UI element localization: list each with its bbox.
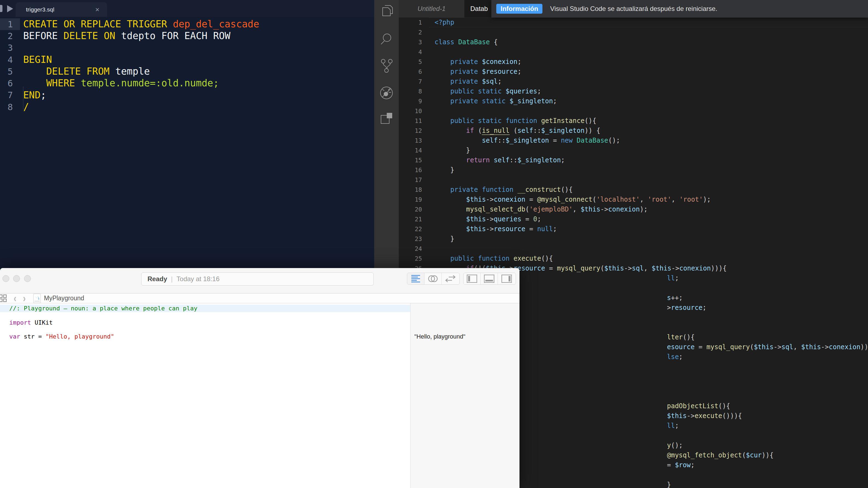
php-code-line: 22 $this->resource = null;	[399, 224, 868, 234]
line-number: 10	[399, 108, 435, 115]
sql-code-area[interactable]: 1CREATE OR REPLACE TRIGGER dep_del_casca…	[0, 17, 374, 271]
line-number: 12	[399, 127, 435, 134]
sql-code-line: 1CREATE OR REPLACE TRIGGER dep_del_casca…	[0, 18, 374, 30]
line-number: 13	[399, 137, 435, 144]
line-number: 2	[399, 29, 435, 36]
utilities-panel-icon	[501, 275, 512, 283]
extensions-icon[interactable]	[379, 111, 394, 126]
debug-disabled-icon[interactable]	[379, 85, 394, 100]
tab-database[interactable]: Datab	[464, 0, 494, 18]
php-code-line: 10	[399, 106, 868, 116]
php-code-line: 23 }	[399, 234, 868, 244]
php-code-line: 9 private static $_singleton;	[399, 96, 868, 106]
line-number: 5	[0, 66, 20, 77]
tab-trigger3-sql[interactable]: trigger3.sql ×	[16, 2, 107, 17]
source-control-icon[interactable]	[379, 58, 394, 73]
tab-database-label: Datab	[470, 5, 488, 12]
line-number: 25	[399, 255, 435, 262]
line-number: 11	[399, 118, 435, 124]
status-timestamp: Today at 18:16	[177, 275, 219, 283]
php-code-line: 3class DataBase {	[399, 37, 868, 47]
sidebar-toggle-icon[interactable]	[0, 5, 2, 12]
indent-guide	[23, 87, 24, 110]
php-code-line: 20 mysql_select_db('ejemploBD', $this->c…	[399, 204, 868, 214]
disclosure-triangle-icon[interactable]	[7, 5, 13, 12]
line-number: 6	[399, 68, 435, 75]
line-number: 1	[399, 19, 435, 26]
tab-untitled-1[interactable]: Untitled-1	[399, 0, 464, 18]
line-number: 24	[399, 245, 435, 252]
update-notification-bar[interactable]: Información Visual Studio Code se actual…	[491, 0, 868, 18]
close-window-button[interactable]	[2, 275, 9, 282]
line-number: 23	[399, 236, 435, 242]
php-code-fragment: ll;	[667, 421, 679, 431]
version-editor-icon	[445, 275, 456, 282]
php-code-fragment: = $row;	[667, 460, 694, 470]
sql-code-line: 5 DELETE FROM temple	[0, 66, 374, 77]
line-number: 15	[399, 157, 435, 164]
related-items-icon[interactable]	[0, 294, 7, 303]
debug-panel-icon	[484, 275, 494, 283]
line-number: 4	[399, 49, 435, 56]
php-code-lines: 1<?php23class DataBase {45 private $cone…	[399, 18, 868, 273]
line-number: 14	[399, 147, 435, 154]
sql-code-line: 6 WHERE temple.numde=:old.numde;	[0, 77, 374, 89]
line-number: 17	[399, 177, 435, 183]
assistant-editor-button[interactable]	[425, 273, 442, 284]
swift-code-line: var str = "Hello, playground"	[0, 333, 114, 340]
zoom-window-button[interactable]	[24, 275, 31, 282]
php-code-fragment: padObjectList(){	[667, 401, 730, 411]
minimize-window-button[interactable]	[13, 275, 20, 282]
sql-editor-window: trigger3.sql × 1CREATE OR REPLACE TRIGGE…	[0, 0, 374, 271]
php-code-line: 21 $this->queries = 0;	[399, 214, 868, 224]
line-number: 1	[0, 18, 20, 30]
playground-results-sidebar: "Hello, playground"	[410, 303, 520, 488]
xcode-toolbar: Ready | Today at 18:16	[0, 268, 520, 294]
xcode-jump-bar: ‹ › MyPlayground	[0, 294, 520, 303]
editor-mode-segmented-control	[407, 273, 460, 285]
version-editor-button[interactable]	[442, 273, 459, 284]
sql-tab-bar: trigger3.sql ×	[0, 0, 374, 17]
utilities-panel-button[interactable]	[498, 273, 515, 284]
php-code-fragment: ll;	[667, 273, 679, 283]
explorer-icon[interactable]	[379, 4, 394, 19]
php-code-line: 1<?php	[399, 18, 868, 27]
php-code-fragment: lter(){	[667, 332, 694, 342]
swift-file-icon	[33, 294, 41, 303]
php-code-line: 19 $this->conexion = @mysql_connect('loc…	[399, 194, 868, 204]
php-code-line: 24	[399, 244, 868, 253]
php-code-fragment: $this->execute())){	[667, 411, 742, 421]
line-number: 8	[0, 101, 20, 113]
line-number: 7	[0, 89, 20, 101]
php-code-line: 6 private $resource;	[399, 67, 868, 77]
php-code-line: 8 public static $queries;	[399, 86, 868, 96]
tab-close-icon[interactable]: ×	[95, 5, 99, 14]
panel-toggle-segmented-control	[463, 273, 516, 285]
debug-panel-button[interactable]	[481, 273, 498, 284]
breadcrumb[interactable]: MyPlayground	[44, 295, 84, 302]
php-code-line: 25 public function execute(){	[399, 253, 868, 264]
php-code-line: 2	[399, 27, 868, 37]
activity-viewer: Ready | Today at 18:16	[141, 272, 374, 285]
line-number: 19	[399, 196, 435, 203]
tab-trigger3-sql-label: trigger3.sql	[26, 6, 54, 13]
line-number: 9	[399, 98, 435, 105]
php-code-fragment: esource = mysql_query($this->sql, $this-…	[667, 342, 868, 352]
forward-chevron-icon[interactable]: ›	[23, 292, 26, 304]
line-number: 18	[399, 186, 435, 193]
line-number: 3	[0, 42, 20, 54]
search-icon[interactable]	[379, 31, 394, 47]
line-number: 4	[0, 54, 20, 66]
back-chevron-icon[interactable]: ‹	[14, 292, 17, 304]
notification-message: Visual Studio Code se actualizará despué…	[550, 5, 717, 12]
line-number: 21	[399, 216, 435, 223]
php-code-line: 12 if (is_null (self::$_singleton)) {	[399, 126, 868, 135]
php-code-line: 18 private function __construct(){	[399, 185, 868, 194]
navigator-panel-button[interactable]	[464, 273, 481, 284]
tab-untitled-1-label: Untitled-1	[417, 5, 446, 12]
line-number: 22	[399, 226, 435, 233]
php-code-line: 5 private $conexion;	[399, 57, 868, 67]
php-code-fragment: lse;	[667, 352, 683, 362]
standard-editor-button[interactable]	[407, 273, 425, 284]
xcode-playground-window: Ready | Today at 18:16	[0, 268, 520, 488]
